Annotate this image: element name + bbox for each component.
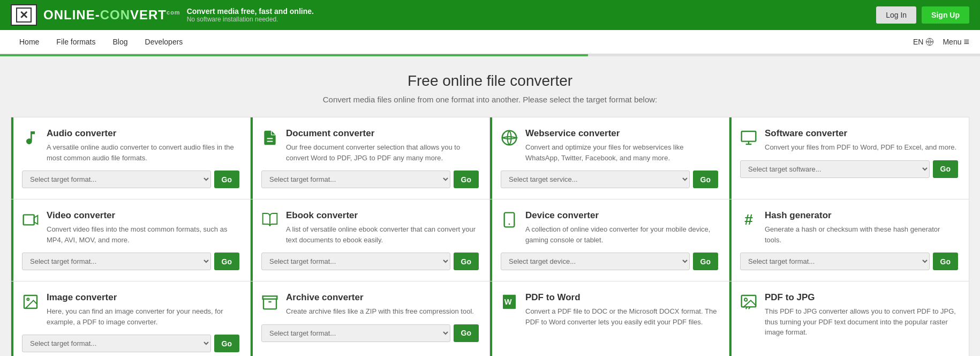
video-converter-card: Video converter Convert video files into… [11,199,251,281]
pdf-word-icon: W [501,293,518,314]
software-target-select[interactable]: Select target software... [740,160,930,178]
hash-desc: Generate a hash or checksum with these h… [765,224,958,245]
pdf-jpg-desc: This PDF to JPG converter allows you to … [765,306,958,338]
ebook-go-button[interactable]: Go [454,253,479,270]
pdf-jpg-card: PDF to JPG This PDF to JPG converter all… [729,281,969,356]
svg-point-18 [744,298,747,301]
audio-format-select[interactable]: Select target format... [22,170,211,188]
logo-x-icon: ✕ [16,8,32,23]
nav-home[interactable]: Home [11,30,48,54]
svg-point-12 [27,298,29,300]
software-title: Software converter [765,128,956,139]
document-title: Document converter [286,128,479,139]
globe-icon [925,38,934,46]
login-button[interactable]: Log In [876,6,916,24]
document-go-button[interactable]: Go [454,170,479,188]
archive-desc: Create archive files like a ZIP with thi… [286,306,474,317]
audio-title: Audio converter [47,128,239,139]
video-icon [22,211,39,232]
page-subtitle: Convert media files online from one form… [11,95,969,104]
video-format-select[interactable]: Select target format... [22,253,211,270]
archive-go-button[interactable]: Go [454,324,479,342]
device-converter-card: Device converter A collection of online … [490,199,729,281]
ebook-format-select[interactable]: Select target format... [261,253,450,270]
archive-icon [261,293,278,314]
nav-right: EN Menu ≡ [913,36,969,48]
hash-go-button[interactable]: Go [933,253,958,270]
archive-converter-card: Archive converter Create archive files l… [251,281,490,356]
page-title: Free online file converter [11,72,969,90]
archive-title: Archive converter [286,292,474,303]
webservice-converter-card: Webservice converter Convert and optimiz… [490,117,729,199]
device-title: Device converter [525,210,718,221]
device-target-select[interactable]: Select target device... [501,253,690,270]
hash-title: Hash generator [765,210,958,221]
audio-converter-card: Audio converter A versatile online audio… [11,117,251,199]
nav-links: Home File formats Blog Developers [11,30,191,54]
image-format-select[interactable]: Select target format... [22,335,211,352]
webservice-go-button[interactable]: Go [693,170,718,188]
hash-format-select[interactable]: Select target format... [740,253,930,270]
converter-grid: Audio converter A versatile online audio… [11,117,969,356]
image-converter-card: Image converter Here, you can find an im… [11,281,251,356]
svg-rect-7 [24,215,34,225]
menu-button[interactable]: Menu ≡ [943,36,969,48]
logo-brand: ONLINE-CONVERTcom [43,8,180,23]
audio-go-button[interactable]: Go [214,170,239,188]
language-selector[interactable]: EN [913,38,934,46]
document-converter-card: Document converter Our free document con… [251,117,490,199]
svg-point-0 [926,38,933,45]
hash-generator-card: # Hash generator Generate a hash or chec… [729,199,969,281]
audio-icon [22,129,39,150]
document-format-select[interactable]: Select target format... [261,170,450,188]
nav-blog[interactable]: Blog [104,30,136,54]
pdf-word-card: W PDF to Word Convert a PDF file to DOC … [490,281,729,356]
software-converter-card: Software converter Convert your files fr… [729,117,969,199]
main-content: Free online file converter Convert media… [0,56,980,356]
nav-developers[interactable]: Developers [137,30,192,54]
svg-rect-13 [263,296,277,299]
software-icon [740,129,757,150]
document-icon [261,129,278,150]
nav: Home File formats Blog Developers EN Men… [0,30,980,54]
audio-desc: A versatile online audio converter to co… [47,142,239,163]
svg-rect-4 [742,131,756,142]
logo-area: ✕ ONLINE-CONVERTcom Convert media free, … [11,4,314,26]
device-icon [501,211,518,232]
webservice-desc: Convert and optimize your files for webs… [525,142,718,163]
pdf-jpg-icon [740,293,757,314]
software-desc: Convert your files from PDF to Word, PDF… [765,142,956,153]
webservice-target-select[interactable]: Select target service... [501,170,690,188]
video-title: Video converter [47,210,239,221]
video-desc: Convert video files into the most common… [47,224,239,245]
ebook-title: Ebook converter [286,210,479,221]
image-icon [22,293,39,314]
image-title: Image converter [47,292,239,303]
header-buttons: Log In Sign Up [876,6,969,24]
pdf-jpg-title: PDF to JPG [765,292,958,303]
tagline: Convert media free, fast and online. No … [187,7,314,23]
video-go-button[interactable]: Go [214,253,239,270]
svg-marker-8 [34,216,38,224]
device-go-button[interactable]: Go [693,253,718,270]
nav-file-formats[interactable]: File formats [48,30,104,54]
ebook-icon [261,211,278,232]
archive-format-select[interactable]: Select target format... [261,324,450,342]
software-go-button[interactable]: Go [933,160,958,178]
svg-rect-9 [504,213,515,227]
svg-rect-17 [742,295,756,307]
device-desc: A collection of online video converter f… [525,224,718,245]
webservice-title: Webservice converter [525,128,718,139]
webservice-icon [501,129,518,150]
signup-button[interactable]: Sign Up [922,6,969,24]
ebook-converter-card: Ebook converter A list of versatile onli… [251,199,490,281]
pdf-word-desc: Convert a PDF file to DOC or the Microso… [525,306,718,327]
pdf-word-title: PDF to Word [525,292,718,303]
document-desc: Our free document converter selection th… [286,142,479,163]
image-desc: Here, you can find an image converter fo… [47,306,239,327]
hash-icon: # [740,211,757,228]
image-go-button[interactable]: Go [214,335,239,352]
header: ✕ ONLINE-CONVERTcom Convert media free, … [0,0,980,30]
ebook-desc: A list of versatile online ebook convert… [286,224,479,245]
logo-box: ✕ [11,4,37,26]
